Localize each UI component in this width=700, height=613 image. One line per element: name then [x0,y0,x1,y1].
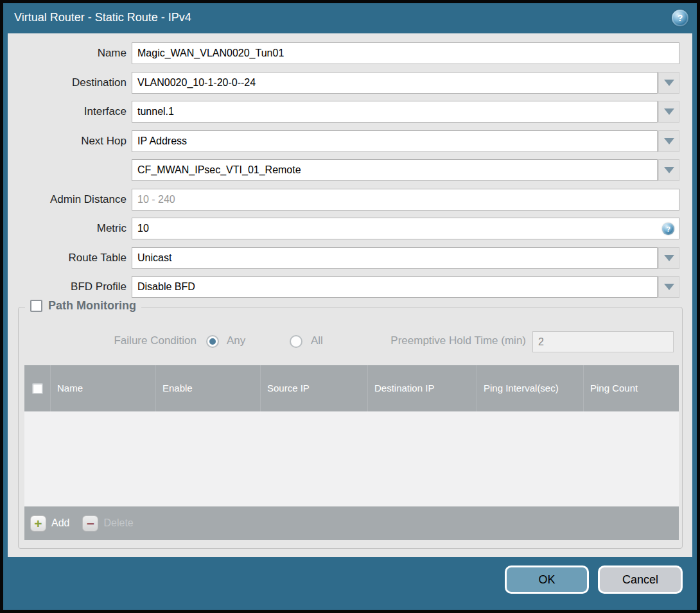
metric-input[interactable] [132,218,679,239]
path-monitoring-legend: Path Monitoring [25,299,141,313]
name-input[interactable] [132,42,679,64]
dialog-titlebar: Virtual Router - Static Route - IPv4 ? [3,3,697,33]
path-monitoring-checkbox[interactable] [30,300,42,312]
chevron-down-icon [664,108,674,115]
bfd-profile-input[interactable] [132,276,658,298]
form-row-admin-distance: Admin Distance [8,189,685,211]
dialog-title: Virtual Router - Static Route - IPv4 [14,11,191,24]
table-header-source-ip[interactable]: Source IP [261,365,368,411]
table-header-destination-ip[interactable]: Destination IP [368,365,477,411]
interface-label: Interface [8,105,132,118]
route-table-label: Route Table [8,252,132,264]
next-hop-dropdown-button[interactable] [658,130,679,152]
chevron-down-icon [664,284,674,290]
table-toolbar: + Add − Delete [24,506,679,540]
interface-input[interactable] [132,101,658,123]
route-table-input[interactable] [132,247,658,269]
destination-label: Destination [8,76,132,89]
bfd-profile-label: BFD Profile [8,281,132,293]
form-row-next-hop: Next Hop [8,130,685,152]
minus-icon: − [82,515,98,531]
table-header-name[interactable]: Name [51,365,156,411]
dialog-content: Name Destination Interface [8,33,692,557]
dialog-window: Virtual Router - Static Route - IPv4 ? N… [3,3,697,610]
path-monitoring-title: Path Monitoring [48,299,136,313]
path-monitoring-table: Name Enable Source IP Destination IP Pin… [24,365,679,540]
destination-dropdown-button[interactable] [658,72,679,94]
ok-button[interactable]: OK [505,566,589,594]
radio-selected-dot [209,338,216,345]
table-body-empty [24,411,679,506]
form-row-interface: Interface [8,101,685,123]
preemptive-hold-time-input[interactable] [532,331,674,352]
destination-input[interactable] [132,72,658,94]
cancel-button[interactable]: Cancel [598,566,683,594]
delete-button-label: Delete [103,517,133,529]
failure-condition-any-label: Any [227,334,245,347]
add-button-label: Add [51,517,69,529]
chevron-down-icon [664,167,674,173]
metric-label: Metric [8,222,132,235]
select-all-checkbox[interactable] [32,383,43,394]
delete-button[interactable]: − Delete [82,515,133,531]
failure-condition-row: Failure Condition Any All Preemptive Hol… [19,332,682,352]
route-table-dropdown-button[interactable] [658,247,679,269]
admin-distance-input[interactable] [132,189,679,211]
next-hop-label: Next Hop [8,135,132,148]
preemptive-hold-time-label: Preemptive Hold Time (min) [320,334,526,347]
table-header-ping-count[interactable]: Ping Count [584,365,679,411]
path-monitoring-section: Path Monitoring Failure Condition Any Al… [18,307,683,549]
help-icon[interactable]: ? [672,10,688,26]
add-button[interactable]: + Add [30,515,69,531]
form-row-bfd-profile: BFD Profile [8,276,685,298]
table-header-ping-interval[interactable]: Ping Interval(sec) [477,365,584,411]
bfd-profile-dropdown-button[interactable] [658,276,679,298]
name-label: Name [8,47,132,60]
form-row-next-hop-address [8,159,685,181]
metric-help-icon[interactable]: ? [662,223,674,235]
failure-condition-all-radio[interactable] [290,335,302,348]
table-header-row: Name Enable Source IP Destination IP Pin… [24,365,679,411]
next-hop-address-input[interactable] [132,159,658,181]
chevron-down-icon [664,80,674,86]
form-row-metric: Metric ? [8,218,685,239]
failure-condition-label: Failure Condition [19,334,197,347]
form-row-name: Name [8,42,685,64]
admin-distance-label: Admin Distance [8,193,132,206]
table-header-enable[interactable]: Enable [156,365,261,411]
plus-icon: + [30,515,46,531]
chevron-down-icon [664,138,674,144]
form-row-route-table: Route Table [8,247,685,269]
interface-dropdown-button[interactable] [658,101,679,123]
failure-condition-any-radio[interactable] [206,335,219,348]
next-hop-input[interactable] [132,130,658,152]
chevron-down-icon [664,255,674,261]
form-row-destination: Destination [8,72,685,94]
next-hop-address-dropdown-button[interactable] [658,159,679,181]
table-header-select [24,365,51,411]
